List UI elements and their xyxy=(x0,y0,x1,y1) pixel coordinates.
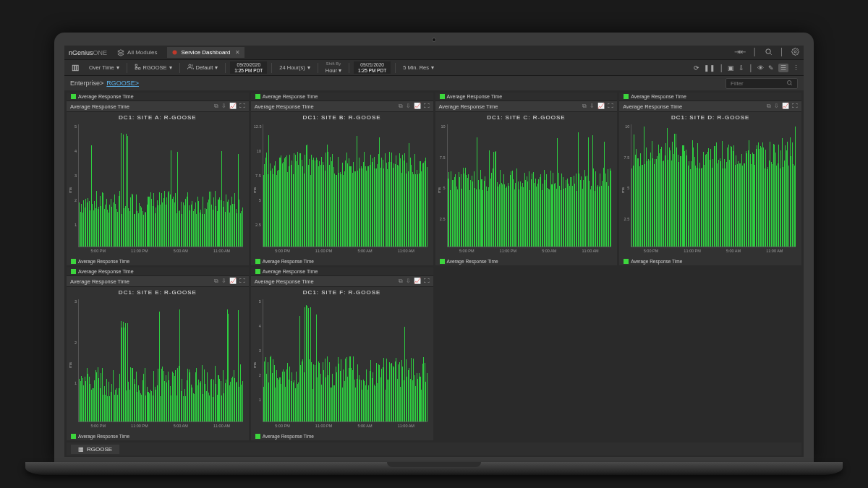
panel-download-icon[interactable]: ⇩ xyxy=(774,103,779,110)
panel-chart-icon[interactable]: 📈 xyxy=(414,278,421,285)
start-datetime[interactable]: 09/20/2020 1:25 PM PDT xyxy=(230,61,267,74)
bar-chart[interactable]: 1235:00 PM11:00 PM5:00 AM11:00 AM xyxy=(77,299,244,431)
panel-chart-icon[interactable]: 📈 xyxy=(597,103,605,110)
panel-chart-icon[interactable]: 📈 xyxy=(782,103,789,110)
bar-chart[interactable]: 123455:00 PM11:00 PM5:00 AM11:00 AM xyxy=(261,299,429,431)
laptop-notch xyxy=(387,462,481,467)
view-icon[interactable]: 👁 xyxy=(757,64,764,72)
gear-icon[interactable] xyxy=(791,48,799,57)
legend-label: Average Response Time xyxy=(78,269,134,274)
x-ticks: 5:00 PM11:00 PM5:00 AM11:00 AM xyxy=(78,424,243,431)
chart-panel: Average Response TimeAverage Response Ti… xyxy=(67,267,249,440)
panel-expand-icon[interactable]: ⛶ xyxy=(239,278,245,285)
y-ticks: 123 xyxy=(69,299,77,422)
panel-header: Average Response Time⧉⇩📈⛶ xyxy=(67,100,249,112)
list-icon[interactable]: ☰ xyxy=(778,64,788,72)
collapse-icon[interactable]: ⇥⇤ xyxy=(734,48,746,57)
panel-expand-icon[interactable]: ⛶ xyxy=(239,103,245,110)
end-date: 09/21/2020 xyxy=(358,62,386,68)
panel-chart-icon[interactable]: 📈 xyxy=(414,103,421,110)
chevron-down-icon: ▾ xyxy=(307,64,310,71)
breadcrumb-link[interactable]: RGOOSE> xyxy=(106,80,139,87)
panel-legend-top: Average Response Time xyxy=(67,267,249,275)
x-ticks: 5:00 PM11:00 PM5:00 AM11:00 AM xyxy=(263,249,427,256)
panel-title: DC1: SITE E: R-GOOSE xyxy=(67,287,249,298)
svg-point-2 xyxy=(766,49,770,53)
panel-expand-icon[interactable]: ⛶ xyxy=(424,278,430,285)
bars-container xyxy=(631,124,796,247)
bars-container xyxy=(78,299,243,422)
tree-icon xyxy=(135,64,141,72)
panel-copy-icon[interactable]: ⧉ xyxy=(399,278,403,285)
bar-chart[interactable]: 2.557.5105:00 PM11:00 PM5:00 AM11:00 AM xyxy=(629,124,797,256)
columns-icon[interactable] xyxy=(69,64,82,72)
svg-marker-0 xyxy=(118,49,124,52)
panel-chart-icon[interactable]: 📈 xyxy=(229,278,237,285)
shift-by-dropdown[interactable]: Shift By Hour ▾ xyxy=(323,61,344,74)
legend-dot xyxy=(255,434,260,439)
chart-panel: Average Response TimeAverage Response Ti… xyxy=(251,93,433,265)
filter-input[interactable]: Filter xyxy=(726,78,798,89)
chart-panel: Average Response TimeAverage Response Ti… xyxy=(67,93,249,265)
panel-expand-icon[interactable]: ⛶ xyxy=(608,103,613,110)
panel-download-icon[interactable]: ⇩ xyxy=(590,103,595,110)
panel-download-icon[interactable]: ⇩ xyxy=(406,103,411,110)
panel-copy-icon[interactable]: ⧉ xyxy=(582,103,587,110)
panel-header-label: Average Response Time xyxy=(439,103,498,110)
legend-label: Average Response Time xyxy=(78,94,134,99)
laptop-base xyxy=(25,462,843,475)
end-datetime[interactable]: 09/21/2020 1:25 PM PDT xyxy=(354,61,391,74)
default-dropdown[interactable]: Default ▾ xyxy=(184,64,221,72)
panel-header-label: Average Response Time xyxy=(255,278,314,285)
footer-tab-rgoose[interactable]: ▦ RGOOSE xyxy=(71,445,119,454)
panel-expand-icon[interactable]: ⛶ xyxy=(792,103,798,110)
panel-copy-icon[interactable]: ⧉ xyxy=(214,103,218,110)
panel-download-icon[interactable]: ⇩ xyxy=(406,278,411,285)
over-time-dropdown[interactable]: Over Time ▾ xyxy=(86,64,122,71)
legend-label: Average Response Time xyxy=(447,259,498,264)
search-icon[interactable] xyxy=(765,48,773,57)
legend-label: Average Response Time xyxy=(631,94,686,99)
panel-legend-bottom: Average Response Time xyxy=(67,257,249,265)
panel-copy-icon[interactable]: ⧉ xyxy=(399,103,403,110)
resolution-dropdown[interactable]: 5 Min. Res ▾ xyxy=(400,64,437,71)
refresh-icon[interactable]: ⟳ xyxy=(694,64,699,72)
bar-chart[interactable]: 2.557.5105:00 PM11:00 PM5:00 AM11:00 AM xyxy=(446,124,613,256)
panel-chart-icon[interactable]: 📈 xyxy=(229,103,237,110)
chart-panel: Average Response TimeAverage Response Ti… xyxy=(619,93,801,265)
breadcrumb-root: Enterprise> xyxy=(70,80,103,87)
panel-copy-icon[interactable]: ⧉ xyxy=(767,103,771,110)
panel-download-icon[interactable]: ⇩ xyxy=(221,278,226,285)
y-ticks: 2.557.51012.5 xyxy=(254,124,261,247)
camera-dot xyxy=(432,38,436,42)
toolbar-right-icons: ⟳ ❚❚ │ ▣ ⇩ │ 👁 ✎ ☰ ⋮ xyxy=(694,64,799,72)
panel-copy-icon[interactable]: ⧉ xyxy=(214,278,218,285)
footer-tab-label: RGOOSE xyxy=(87,446,112,453)
footer-tabs: ▦ RGOOSE xyxy=(67,442,801,455)
tab-all-modules[interactable]: All Modules xyxy=(113,47,161,59)
duration-dropdown[interactable]: 24 Hour(s) ▾ xyxy=(276,64,312,71)
default-label: Default xyxy=(196,64,213,71)
panel-download-icon[interactable]: ⇩ xyxy=(221,103,226,110)
bar-chart[interactable]: 2.557.51012.55:00 PM11:00 PM5:00 AM11:00… xyxy=(261,124,429,256)
svg-line-3 xyxy=(770,53,771,55)
more-icon[interactable]: ⋮ xyxy=(793,64,799,72)
download-icon[interactable]: ⇩ xyxy=(739,64,744,72)
panel-legend-top: Average Response Time xyxy=(619,93,801,100)
panel-header-label: Average Response Time xyxy=(70,278,129,285)
svg-rect-6 xyxy=(75,65,76,71)
dashboard-grid-area: Average Response TimeAverage Response Ti… xyxy=(64,90,804,457)
close-icon[interactable]: ✕ xyxy=(235,49,240,56)
entity-dropdown[interactable]: RGOOSE ▾ xyxy=(132,64,175,72)
export-icon[interactable]: ▣ xyxy=(728,64,734,72)
duration-label: 24 Hour(s) xyxy=(279,64,305,71)
panel-expand-icon[interactable]: ⛶ xyxy=(424,103,430,110)
chevron-down-icon: ▾ xyxy=(169,64,172,71)
bar-chart[interactable]: 123455:00 PM11:00 PM5:00 AM11:00 AM xyxy=(77,124,244,256)
y-ticks: 2.557.510 xyxy=(622,124,629,247)
panel-title: DC1: SITE C: R-GOOSE xyxy=(435,112,618,123)
edit-icon[interactable]: ✎ xyxy=(768,64,774,72)
tab-service-dashboard[interactable]: Service Dashboard ✕ xyxy=(167,47,244,58)
pause-icon[interactable]: ❚❚ xyxy=(704,64,715,72)
filter-placeholder: Filter xyxy=(731,80,744,87)
